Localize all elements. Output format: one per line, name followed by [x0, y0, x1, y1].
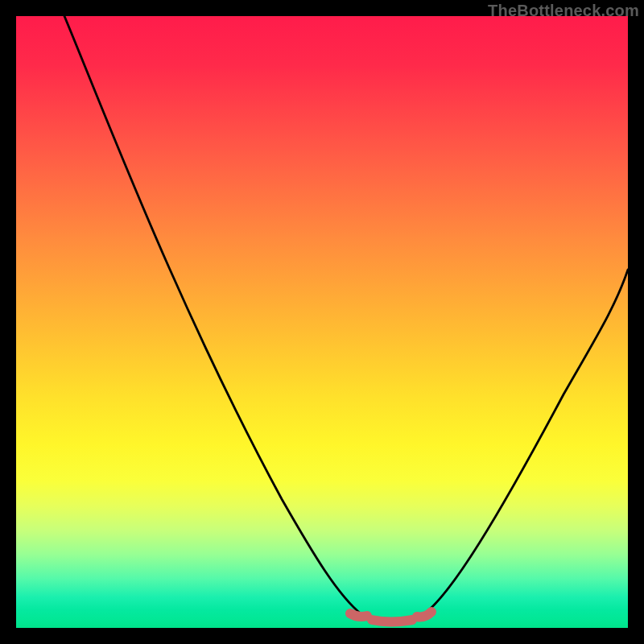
bottleneck-curve	[16, 16, 628, 628]
chart-frame	[16, 16, 628, 628]
watermark-label: TheBottleneck.com	[488, 2, 639, 20]
